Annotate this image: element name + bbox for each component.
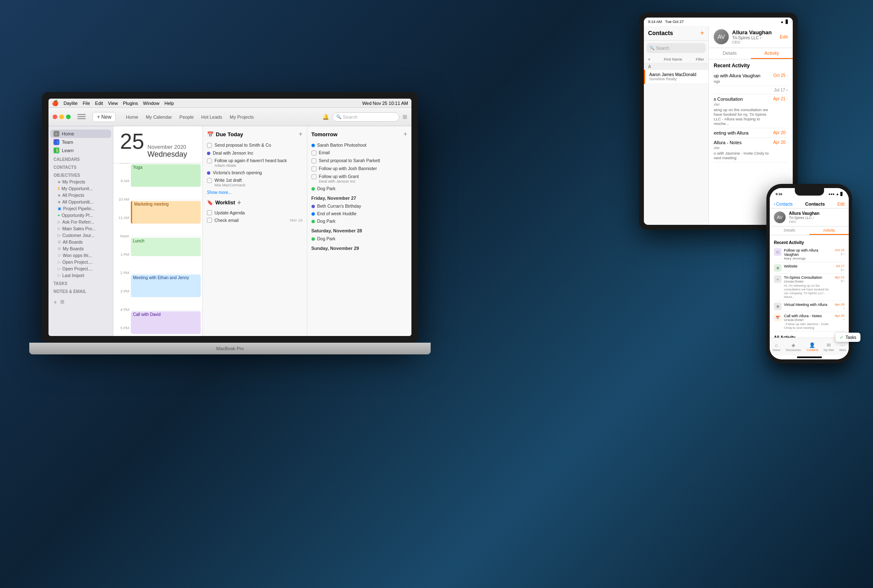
macbook-base: MacBook Pro [29, 343, 431, 354]
iphone-back-button[interactable]: ‹ Contacts [774, 202, 793, 206]
iphone-tabbar-more[interactable]: ··· More [839, 342, 846, 351]
ipad-filter-button[interactable]: Filter [696, 57, 704, 61]
sidebar-all-boards[interactable]: ⊞ All Boards [48, 239, 113, 245]
show-more-link[interactable]: Show more... [207, 190, 303, 195]
ipad-activity-item[interactable]: Allura - Notes xler o with Jasmine - Inv… [714, 138, 788, 163]
ipad-activity-item[interactable]: eeting with Allura Apr 20 › [714, 128, 788, 138]
iphone-tabbar-home[interactable]: ⌂ Home [773, 342, 781, 351]
nav-home[interactable]: Home [123, 114, 140, 120]
grid-view-icon[interactable]: ⊞ [403, 114, 407, 120]
sidebar-ask-referr[interactable]: ▷ Ask For Referr... [48, 219, 113, 225]
ipad-detail-company[interactable]: Tri-Spires LLC › [732, 36, 772, 40]
task-item: Deal with Jenson Inc [207, 149, 303, 157]
menu-edit[interactable]: Edit [95, 101, 103, 106]
ipad-contacts-title: Contacts [648, 30, 673, 36]
bell-icon[interactable]: 🔔 [322, 114, 329, 120]
iphone-activity-item[interactable]: ⊙ Website Jul 17 2 › [774, 262, 845, 274]
sidebar-open-project-1[interactable]: ▷ Open Project.... [48, 259, 113, 265]
nav-my-calendar[interactable]: My Calendar [143, 114, 174, 120]
objectives-section: Objectives [48, 171, 113, 178]
sidebar-opportunity-pl[interactable]: ● Opportunity Pl... [48, 212, 113, 219]
sidebar-won-opps[interactable]: ⊙ Won opps thi... [48, 252, 113, 259]
task-checkbox[interactable] [311, 158, 317, 163]
close-button[interactable] [53, 115, 57, 119]
sidebar-customer-jour[interactable]: ▷ Customer Jour... [48, 232, 113, 239]
ipad-activity-item[interactable]: s Consultation xler wing up on the consu… [714, 94, 788, 128]
calendar-weekday: Wednesday [148, 150, 187, 159]
minimize-button[interactable] [59, 115, 64, 119]
nav-people[interactable]: People [177, 114, 196, 120]
ipad-activity-item[interactable]: up with Allura Vaughan ngs Oct 25 › [714, 71, 788, 86]
menu-file[interactable]: File [83, 101, 90, 106]
sidebar-all-projects[interactable]: ◈ All Projects [48, 192, 113, 199]
ipad-add-contact-button[interactable]: + [700, 29, 704, 37]
task-checkbox[interactable] [207, 178, 212, 183]
new-button[interactable]: + New [92, 112, 116, 122]
menu-window[interactable]: Window [143, 101, 159, 106]
ipad-contact-item[interactable]: Aaron James MacDonald Sunshine Realty [644, 70, 708, 84]
iphone-act-title: Website [784, 264, 833, 268]
ipad-search[interactable]: 🔍 Search [646, 43, 706, 53]
worklist-add-button[interactable]: + [237, 199, 241, 206]
ipad-edit-button[interactable]: Edit [780, 34, 788, 39]
iphone-home-indicator [797, 356, 822, 358]
worklist-task-item: Update Agenda [207, 209, 303, 216]
menu-plugins[interactable]: Plugins [123, 101, 138, 106]
ipad-tab-details[interactable]: Details [709, 48, 751, 59]
iphone-activity-item[interactable]: ⊙ Virtual Meeting with Allura Apr 20 › [774, 301, 845, 312]
menu-view[interactable]: View [108, 101, 118, 106]
mymail-tab-icon: ✉ [827, 342, 831, 348]
task-checkbox[interactable] [207, 143, 212, 148]
nav-hot-leads[interactable]: Hot Leads [199, 114, 225, 120]
tomorrow-add-button[interactable]: + [403, 130, 407, 138]
sidebar-last-import[interactable]: ▷ Last Import [48, 272, 113, 279]
iphone-avatar: AV [774, 211, 786, 223]
tasks-overlay-label: Tasks [845, 335, 856, 340]
task-checkbox[interactable] [311, 166, 317, 171]
ipad-activity-title: eeting with Allura [714, 130, 748, 135]
due-today-add-button[interactable]: + [299, 130, 302, 138]
maximize-button[interactable] [66, 115, 71, 119]
iphone-activity-item[interactable]: ○ Tri-Spires Consultation Ursula Dreier … [774, 274, 845, 301]
ipad-chevron-icon: › [786, 97, 788, 101]
iphone-tabbar-discoveries[interactable]: ◈ Discoveries [786, 342, 801, 351]
menu-help[interactable]: Help [164, 101, 174, 106]
sidebar-main-sales[interactable]: ▷ Main Sales Pro... [48, 225, 113, 232]
sidebar-project-pipeline[interactable]: ▣ Project Pipelin... [48, 205, 113, 212]
sidebar-my-boards[interactable]: ⊞ My Boards [48, 245, 113, 252]
toolbar-search[interactable]: 🔍 Search [332, 112, 399, 122]
sidebar-open-project-2[interactable]: ▷ Open Project.... [48, 265, 113, 272]
iphone-activity-item[interactable]: 📅 Call with Allura - Notes Ursula Dreier… [774, 312, 845, 332]
sidebar-my-opportunities[interactable]: $ My Opportunit... [48, 185, 113, 192]
sidebar-item-learn[interactable]: 📗 Learn [48, 146, 113, 155]
iphone-edit-button[interactable]: Edit [837, 202, 845, 206]
iphone-tabbar-mymail[interactable]: ✉ My Mail [824, 342, 834, 351]
sidebar-item-home[interactable]: ⌂ Home [50, 130, 111, 138]
ipad-activity-date: Apr 21 [773, 97, 785, 101]
sidebar-toggle-button[interactable] [77, 114, 86, 120]
upcoming-date-fri: Friday, November 27 [311, 196, 408, 201]
iphone-act-title: Call with Allura - Notes [784, 314, 832, 318]
task-checkbox[interactable] [311, 150, 317, 155]
task-checkbox[interactable] [311, 174, 317, 179]
nav-my-projects[interactable]: My Projects [227, 114, 256, 120]
sidebar-all-opportunities[interactable]: ◈ All Opportuniti... [48, 199, 113, 205]
worklist-checkbox[interactable] [207, 218, 212, 223]
task-checkbox[interactable] [207, 158, 212, 163]
iphone-act-date: Jul 17 [836, 264, 845, 268]
event-lunch[interactable]: Lunch [131, 238, 201, 256]
add-icon[interactable]: + [54, 299, 57, 305]
iphone-activity-item[interactable]: □ Follow up with Allura Vaughan Mary Jen… [774, 247, 845, 262]
grid-icon[interactable]: ⊞ [60, 299, 64, 305]
ipad-tab-activity[interactable]: Activity [751, 48, 793, 59]
sidebar-my-projects[interactable]: ◈ My Projects [48, 178, 113, 185]
calendar-header: 25 November 2020 Wednesday [113, 126, 202, 163]
iphone-tab-details[interactable]: Details [770, 227, 809, 235]
worklist-checkbox[interactable] [207, 210, 212, 215]
task-dot-blue [311, 144, 315, 147]
sidebar-item-team[interactable]: 👥 Team [48, 138, 113, 146]
ipad-activity-title: up with Allura Vaughan [714, 73, 761, 78]
time-label-9am: 9 AM [114, 179, 129, 183]
iphone-tab-activity[interactable]: Activity [809, 227, 849, 235]
iphone-tabbar-contacts[interactable]: 👤 Contacts [807, 342, 818, 351]
